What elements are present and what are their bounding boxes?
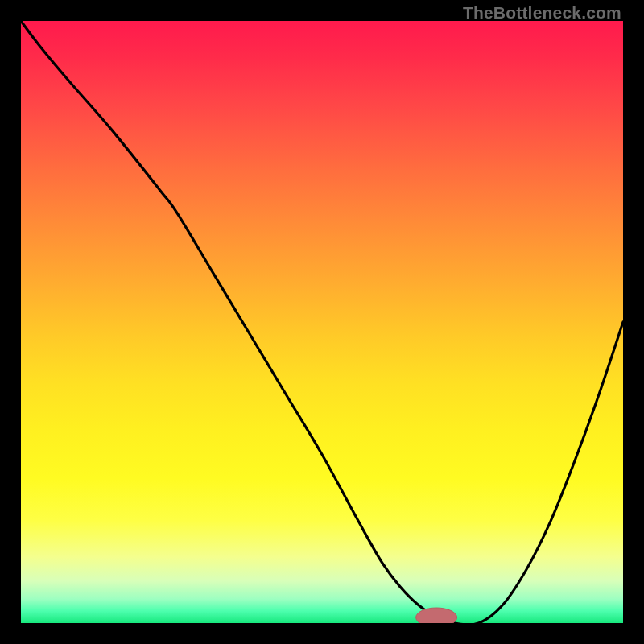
watermark-text: TheBottleneck.com xyxy=(463,3,621,23)
bottleneck-curve xyxy=(21,21,623,623)
chart-svg-layer xyxy=(21,21,623,623)
optimal-point-marker xyxy=(416,608,457,623)
chart-frame: TheBottleneck.com xyxy=(0,0,644,644)
